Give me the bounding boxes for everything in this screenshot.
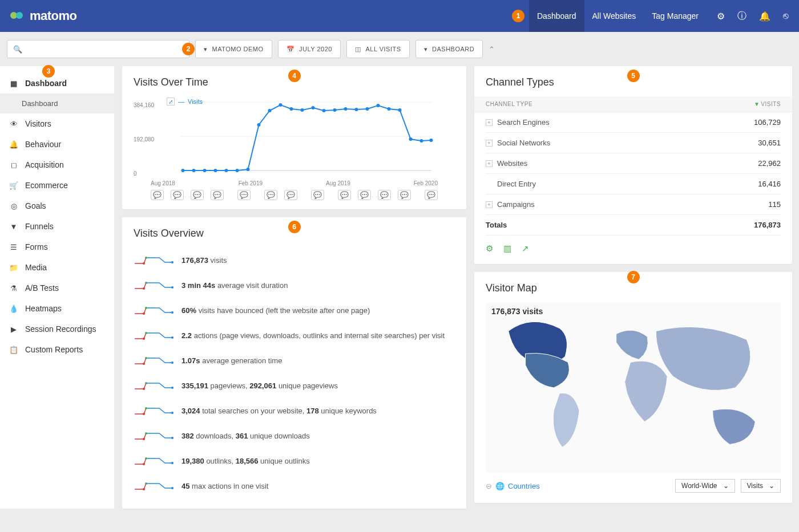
svg-point-26	[430, 139, 433, 142]
flask-icon: ⚗	[9, 284, 18, 293]
svg-point-43	[143, 388, 145, 390]
table-row[interactable]: +Search Engines106,729	[486, 112, 781, 133]
sparkline	[134, 479, 173, 493]
annotation-icon[interactable]: 💬	[338, 190, 351, 200]
overview-item: 1.07s average generation time	[134, 348, 455, 373]
sidebar-item-custom-reports[interactable]: 📋Custom Reports	[0, 339, 114, 360]
map-svg	[486, 302, 781, 473]
gear-icon[interactable]: ⚙	[717, 11, 725, 22]
annotation-icon[interactable]: 💬	[237, 190, 251, 200]
svg-point-19	[355, 108, 358, 111]
annotation-row: 💬💬💬💬 💬 💬💬 💬 💬💬💬💬 💬	[134, 186, 455, 204]
expand-icon[interactable]: +	[486, 119, 493, 126]
svg-point-13	[290, 107, 293, 111]
annotation-icon[interactable]: 💬	[378, 190, 391, 200]
expand-icon[interactable]: +	[486, 140, 493, 147]
annotation-icon[interactable]: 💬	[191, 190, 204, 200]
svg-point-14	[301, 108, 304, 112]
y-tick: 192,080	[134, 136, 154, 143]
svg-point-48	[145, 432, 147, 434]
export-icon[interactable]: ↗	[522, 243, 529, 254]
svg-point-20	[366, 107, 369, 111]
sidebar-item-forms[interactable]: ☰Forms	[0, 237, 114, 257]
sidebar-item-goals[interactable]: ◎Goals	[0, 196, 114, 216]
sidebar-item-dashboard[interactable]: ▦Dashboard	[0, 73, 114, 94]
table-row[interactable]: Direct Entry16,416	[486, 174, 781, 194]
folder-icon: 📁	[9, 263, 18, 272]
sidebar-item-abtests[interactable]: ⚗A/B Tests	[0, 278, 114, 298]
table-row[interactable]: +Campaigns115	[486, 194, 781, 215]
nav-tag-manager[interactable]: Tag Manager	[644, 0, 707, 32]
svg-point-39	[145, 357, 147, 359]
annotation-icon[interactable]: 💬	[358, 190, 371, 200]
site-selector[interactable]: ▾MATOMO DEMO	[195, 40, 272, 58]
overview-text: 382 downloads, 361 unique downloads	[181, 432, 310, 440]
y-tick: 0	[134, 170, 137, 177]
sparkline	[134, 454, 173, 468]
map-region-select[interactable]: World-Wide⌄	[675, 479, 735, 493]
table-row[interactable]: +Social Networks30,651	[486, 133, 781, 153]
annotation-icon[interactable]: 💬	[284, 190, 297, 200]
svg-point-11	[268, 109, 272, 112]
period-selector[interactable]: 📅JULY 2020	[278, 40, 341, 58]
map-visits-label: 176,873 visits	[491, 307, 543, 316]
search-input[interactable]	[22, 45, 183, 54]
chevron-down-icon: ⌄	[723, 482, 729, 490]
info-icon[interactable]: ⓘ	[737, 10, 746, 22]
row-label: Direct Entry	[497, 180, 536, 188]
nav-dashboard[interactable]: Dashboard	[529, 0, 584, 32]
nav-all-websites[interactable]: All Websites	[584, 0, 644, 32]
sidebar-item-acquisition[interactable]: ◻Acquisition	[0, 155, 114, 175]
badge-6: 6	[288, 221, 301, 233]
annotation-icon[interactable]: 💬	[264, 190, 277, 200]
sidebar-item-session-recordings[interactable]: ▶Session Recordings	[0, 319, 114, 339]
dashboard-selector[interactable]: ▾DASHBOARD	[415, 40, 483, 58]
annotation-icon[interactable]: 💬	[425, 190, 438, 200]
drop-icon: 💧	[9, 304, 18, 313]
line-chart: ⤢ — Visits 384,160 192,080 0 Aug	[134, 96, 455, 199]
sidebar-item-ecommerce[interactable]: 🛒Ecommerce	[0, 175, 114, 196]
svg-point-25	[420, 139, 423, 143]
overview-text: 45 max actions in one visit	[181, 482, 268, 490]
search-box[interactable]: 🔍 2	[7, 40, 189, 58]
svg-point-30	[145, 282, 147, 284]
annotation-icon[interactable]: 💬	[211, 190, 224, 200]
svg-point-15	[312, 106, 315, 109]
sidebar-sub-dashboard[interactable]: Dashboard	[0, 94, 114, 113]
sidebar-item-funnels[interactable]: ▼Funnels	[0, 216, 114, 237]
expand-icon[interactable]: +	[486, 160, 493, 167]
annotation-icon[interactable]: 💬	[151, 190, 164, 200]
svg-point-17	[333, 108, 337, 112]
widget-visits-overview: 6 Visits Overview 176,873 visits3 min 44…	[122, 217, 466, 509]
bell-icon[interactable]: 🔔	[759, 11, 770, 22]
y-tick: 384,160	[134, 102, 154, 108]
collapse-icon[interactable]: ⌃	[489, 45, 495, 54]
logout-icon[interactable]: ⎋	[783, 11, 789, 21]
sidebar-item-visitors[interactable]: 👁Visitors	[0, 113, 114, 134]
world-map[interactable]: 176,873 visits	[486, 302, 781, 473]
cart-icon: 🛒	[9, 181, 18, 190]
sidebar-item-heatmaps[interactable]: 💧Heatmaps	[0, 298, 114, 319]
settings-icon[interactable]: ⚙	[486, 243, 493, 254]
annotation-icon[interactable]: 💬	[311, 190, 324, 200]
table-row[interactable]: +Websites22,962	[486, 153, 781, 174]
annotation-icon[interactable]: 💬	[171, 190, 184, 200]
svg-point-34	[143, 312, 145, 315]
svg-point-5	[203, 169, 207, 172]
countries-link[interactable]: ⊖ 🌐 Countries	[486, 482, 540, 490]
map-metric-select[interactable]: Visits⌄	[741, 479, 781, 493]
svg-point-3	[181, 169, 185, 172]
grid-icon: ▦	[9, 79, 18, 88]
zoom-icon: ⊖	[486, 482, 492, 490]
legend-toggle-icon[interactable]: ⤢	[167, 98, 175, 105]
sidebar-item-media[interactable]: 📁Media	[0, 257, 114, 278]
overview-item: 176,873 visits	[134, 247, 455, 273]
table-icon[interactable]: ▥	[503, 243, 511, 254]
expand-icon[interactable]: +	[486, 201, 493, 208]
sidebar-item-behaviour[interactable]: 🔔Behaviour	[0, 134, 114, 155]
widget-channel-types: 5 Channel Types CHANNEL TYPE ▼VISITS +Se…	[474, 66, 792, 264]
segment-selector[interactable]: ◫ALL VISITS	[346, 40, 410, 58]
annotation-icon[interactable]: 💬	[398, 190, 411, 200]
filter-icon[interactable]: ▼	[754, 101, 760, 107]
svg-point-40	[143, 363, 145, 365]
